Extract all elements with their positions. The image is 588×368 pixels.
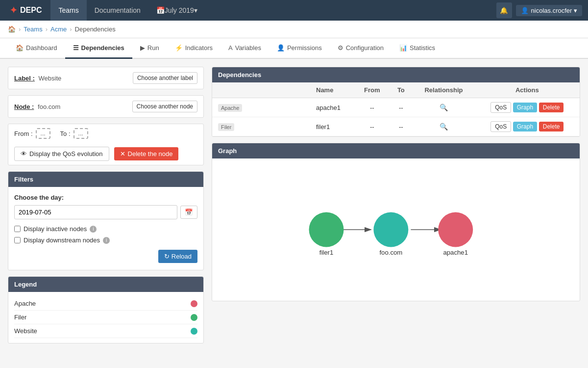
graph-body: filer1 foo.com apache1: [212, 158, 580, 301]
from-item: From : ...: [14, 128, 50, 139]
brand: ✦ DEPC: [6, 5, 46, 16]
row-to: --: [389, 117, 413, 136]
label-value: Website: [39, 75, 62, 82]
row-from: --: [355, 117, 389, 136]
navbar: ✦ DEPC Teams Documentation 📅 July 2019 ▾…: [0, 0, 588, 21]
notification-button[interactable]: 🔔: [496, 2, 512, 18]
tab-permissions[interactable]: 👤 Permissions: [269, 38, 330, 59]
from-to-card: From : ... To : ... 👁 Display the QoS ev…: [8, 124, 204, 165]
node-foocom-label: foo.com: [379, 249, 402, 256]
calendar-button[interactable]: 📅: [180, 206, 197, 219]
permissions-icon: 👤: [277, 44, 285, 52]
legend-body: Apache Filer Website: [8, 292, 203, 343]
legend-header: Legend: [8, 277, 203, 292]
eye-icon: 👁: [21, 150, 27, 158]
right-panel: Dependencies Name From To Relationship A…: [212, 67, 580, 343]
date-input[interactable]: [14, 205, 177, 219]
col-name: [212, 82, 310, 98]
col-actions: Actions: [475, 82, 580, 98]
nav-item-documentation[interactable]: Documentation: [87, 0, 148, 21]
graph-svg: filer1 foo.com apache1: [222, 168, 570, 291]
qos-button[interactable]: QoS: [490, 102, 511, 113]
breadcrumb-sep-3: ›: [70, 26, 72, 33]
breadcrumb-acme[interactable]: Acme: [50, 26, 67, 33]
node-foocom[interactable]: [373, 212, 408, 247]
dependencies-table-wrapper: Name From To Relationship Actions Apache…: [212, 82, 580, 136]
legend-panel: Legend Apache Filer Website: [8, 276, 204, 343]
configuration-icon: ⚙: [338, 44, 343, 52]
dependencies-header: Dependencies: [212, 67, 580, 82]
from-button[interactable]: ...: [36, 128, 50, 139]
relationship-zoom-button[interactable]: 🔍: [440, 104, 448, 111]
node-apache1[interactable]: [438, 212, 473, 247]
row-relationship: 🔍: [413, 117, 474, 136]
tab-indicators[interactable]: ⚡ Indicators: [167, 38, 220, 59]
table-body: Apache apache1 -- -- 🔍 QoS Graph Delete …: [212, 98, 580, 136]
to-item: To : ...: [60, 128, 88, 139]
graph-button[interactable]: Graph: [513, 103, 537, 112]
nav-item-july2019[interactable]: 📅 July 2019 ▾: [148, 0, 205, 21]
choose-label-button[interactable]: Choose another label: [133, 72, 197, 84]
choose-node-button[interactable]: Choose another node: [132, 101, 197, 112]
from-to-row: From : ... To : ...: [8, 124, 203, 143]
table-header-row: Name From To Relationship Actions: [212, 82, 580, 98]
inactive-nodes-checkbox[interactable]: [14, 226, 21, 232]
row-from: --: [355, 98, 389, 117]
display-qos-button[interactable]: 👁 Display the QoS evolution: [14, 147, 109, 161]
tab-configuration[interactable]: ⚙ Configuration: [330, 38, 392, 59]
type-badge: Filer: [218, 123, 234, 131]
row-name: apache1: [310, 98, 355, 117]
node-apache1-label: apache1: [443, 249, 468, 256]
to-button[interactable]: ...: [74, 128, 88, 139]
table-row: Filer filer1 -- -- 🔍 QoS Graph Delete: [212, 117, 580, 136]
brand-star: ✦: [10, 5, 17, 16]
downstream-nodes-label: Display downstream nodes: [24, 237, 100, 244]
legend-item-dot: [191, 314, 197, 321]
label-text: Label : Website: [14, 75, 61, 82]
downstream-nodes-checkbox[interactable]: [14, 237, 21, 243]
tab-dashboard[interactable]: 🏠 Dashboard: [8, 38, 65, 59]
delete-button[interactable]: Delete: [539, 122, 564, 131]
tab-statistics[interactable]: 📊 Statistics: [392, 38, 443, 59]
legend-item-name: Apache: [14, 300, 36, 307]
label-prefix: Label :: [14, 75, 35, 82]
row-type: Filer: [212, 117, 310, 136]
node-filer1[interactable]: [309, 212, 344, 247]
calendar-icon-filter: 📅: [185, 209, 193, 216]
inactive-info-icon[interactable]: i: [90, 226, 97, 233]
breadcrumb-teams[interactable]: Teams: [24, 26, 42, 33]
legend-item: Filer: [14, 311, 197, 324]
graph-button[interactable]: Graph: [513, 122, 537, 131]
calendar-icon: 📅: [156, 6, 165, 14]
tab-run[interactable]: ▶ Run: [132, 38, 167, 59]
legend-item-dot: [191, 328, 197, 335]
brand-name: DEPC: [20, 6, 42, 15]
tab-dependencies[interactable]: ☰ Dependencies: [65, 38, 132, 59]
legend-item: Apache: [14, 297, 197, 311]
user-menu-button[interactable]: 👤 nicolas.crocfer ▾: [516, 5, 582, 16]
home-icon[interactable]: 🏠: [8, 26, 16, 33]
tab-variables[interactable]: A Variables: [220, 38, 269, 59]
node-text: Node : foo.com: [14, 103, 60, 110]
breadcrumb-dependencies: Dependencies: [75, 26, 116, 33]
row-actions: QoS Graph Delete: [475, 98, 580, 117]
nav-july-label: July 2019: [165, 6, 194, 14]
downstream-nodes-row: Display downstream nodes i: [14, 237, 197, 244]
downstream-info-icon[interactable]: i: [103, 237, 110, 244]
delete-node-button[interactable]: ✕ Delete the node: [114, 147, 179, 160]
nav-item-teams[interactable]: Teams: [50, 0, 86, 21]
inactive-nodes-row: Display inactive nodes i: [14, 225, 197, 233]
reload-button[interactable]: ↻ Reload: [158, 250, 197, 263]
legend-item-dot: [191, 300, 197, 307]
times-icon: ✕: [120, 150, 125, 158]
node-value: foo.com: [38, 103, 60, 110]
qos-button[interactable]: QoS: [490, 121, 511, 132]
dependencies-card: Dependencies Name From To Relationship A…: [212, 67, 580, 137]
reload-row: ↻ Reload: [14, 250, 197, 263]
relationship-zoom-button[interactable]: 🔍: [440, 123, 448, 131]
delete-button[interactable]: Delete: [539, 103, 564, 112]
label-card: Label : Website Choose another label: [8, 67, 204, 89]
row-name: filer1: [310, 117, 355, 136]
indicators-icon: ⚡: [175, 44, 183, 52]
table-row: Apache apache1 -- -- 🔍 QoS Graph Delete: [212, 98, 580, 117]
